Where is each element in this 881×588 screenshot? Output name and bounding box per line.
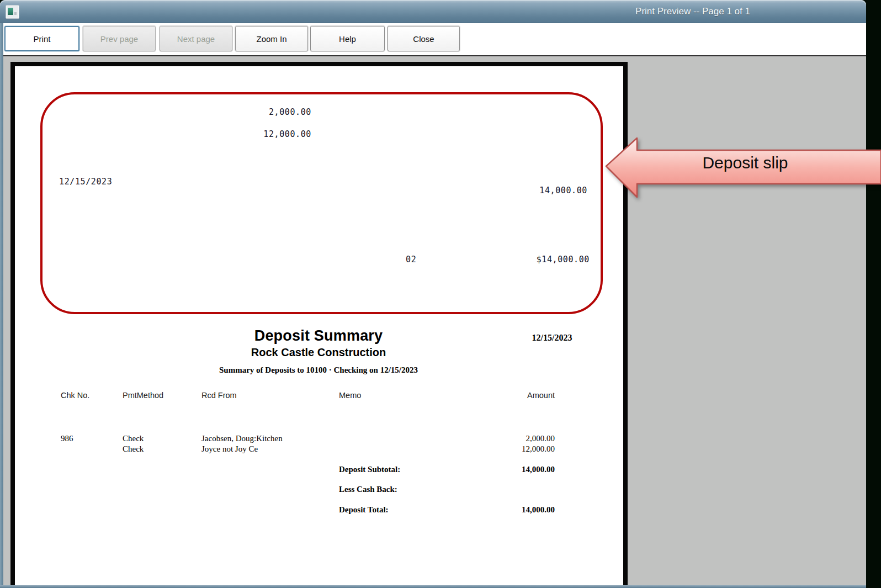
- row-pmt-method: Check: [123, 444, 144, 454]
- slip-amount-1: 2,000.00: [210, 107, 311, 117]
- row-pmt-method: Check: [123, 434, 144, 443]
- close-button[interactable]: Close: [388, 26, 460, 51]
- annotation-label: Deposit slip: [635, 153, 856, 172]
- report-date: 12/15/2023: [516, 333, 588, 343]
- total-amount: 14,000.00: [472, 505, 555, 515]
- report-title: Deposit Summary: [98, 327, 539, 345]
- slip-total: $14,000.00: [488, 255, 590, 264]
- col-header-pmtmethod: PmtMethod: [123, 391, 163, 400]
- slip-item-count: 02: [406, 255, 416, 264]
- window-title: Print Preview -- Page 1 of 1: [574, 6, 811, 17]
- window-frame-bottom: [0, 585, 866, 588]
- row-amount: 12,000.00: [472, 444, 555, 454]
- row-rcd-from: Jacobsen, Doug:Kitchen: [201, 434, 283, 443]
- titlebar[interactable]: Print Preview -- Page 1 of 1: [0, 0, 866, 23]
- help-button[interactable]: Help: [310, 26, 385, 51]
- slip-amount-2: 12,000.00: [210, 129, 311, 139]
- col-header-amount: Amount: [472, 391, 555, 400]
- col-header-rcd-from: Rcd From: [201, 391, 237, 400]
- row-chk-no: 986: [61, 434, 73, 443]
- print-button[interactable]: Print: [4, 26, 79, 51]
- less-cash-back-label: Less Cash Back:: [339, 485, 397, 494]
- subtotal-amount: 14,000.00: [472, 465, 555, 474]
- slip-date: 12/15/2023: [59, 177, 112, 187]
- zoom-in-button[interactable]: Zoom In: [235, 26, 308, 51]
- subtotal-label: Deposit Subtotal:: [339, 465, 400, 474]
- row-amount: 2,000.00: [472, 434, 555, 443]
- total-label: Deposit Total:: [339, 505, 389, 515]
- col-header-chk-no: Chk No.: [61, 391, 89, 400]
- report-subtitle: Summary of Deposits to 10100 · Checking …: [98, 365, 539, 375]
- row-rcd-from: Joyce not Joy Ce: [201, 444, 258, 454]
- print-preview-icon: [6, 5, 19, 19]
- window-frame-left: [0, 23, 3, 588]
- print-preview-window: Print Preview -- Page 1 of 1 Print Prev …: [0, 0, 881, 588]
- next-page-button: Next page: [160, 26, 232, 51]
- col-header-memo: Memo: [339, 391, 361, 400]
- slip-subtotal: 14,000.00: [486, 186, 587, 195]
- toolbar: Print Prev page Next page Zoom In Help C…: [3, 23, 866, 55]
- prev-page-button: Prev page: [83, 26, 156, 51]
- deposit-slip-highlight: [40, 92, 603, 314]
- report-company: Rock Castle Construction: [98, 346, 539, 359]
